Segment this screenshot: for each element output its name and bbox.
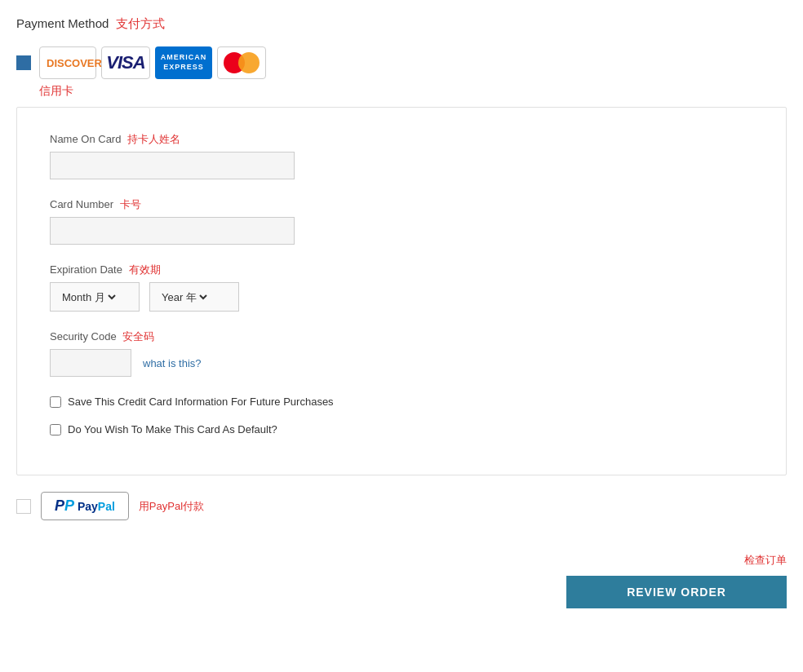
paypal-icon: PP PayPal <box>55 497 115 515</box>
card-number-input[interactable] <box>50 217 295 245</box>
security-code-input[interactable] <box>50 349 131 377</box>
default-card-label: Do You Wish To Make This Card As Default… <box>68 422 277 437</box>
card-number-label-zh: 卡号 <box>120 198 141 210</box>
security-input-row: what is this? <box>50 349 753 377</box>
payment-method-row: DISCOVER VISA AMERICAN EXPRESS <box>16 46 787 79</box>
paypal-label: 用PayPal付款 <box>139 499 204 514</box>
paypal-section: PP PayPal 用PayPal付款 <box>16 492 787 520</box>
paypal-button[interactable]: PP PayPal <box>41 492 129 520</box>
security-code-group: Security Code 安全码 what is this? <box>50 329 753 377</box>
year-dropdown[interactable]: Year 年 202420252026 202720282029 2030 <box>149 282 239 312</box>
card-number-label-en: Card Number <box>50 198 113 210</box>
expiration-date-group: Expiration Date 有效期 Month 月 010203 04050… <box>50 263 753 312</box>
name-on-card-input[interactable] <box>50 152 295 179</box>
default-card-row: Do You Wish To Make This Card As Default… <box>50 422 753 437</box>
save-card-checkbox[interactable] <box>50 396 61 408</box>
expiration-label-en: Expiration Date <box>50 263 122 276</box>
page-title-zh: 支付方式 <box>116 16 165 30</box>
name-label-en: Name On Card <box>50 133 121 145</box>
credit-card-label: 信用卡 <box>39 84 787 99</box>
page-title: Payment Method 支付方式 <box>16 16 787 32</box>
name-label-zh: 持卡人姓名 <box>127 133 180 145</box>
card-logos: DISCOVER VISA AMERICAN EXPRESS <box>39 46 266 79</box>
mc-orange-circle <box>238 52 260 73</box>
security-code-label: Security Code 安全码 <box>50 329 753 344</box>
review-order-label: 检查订单 <box>744 553 787 568</box>
expiration-label-zh: 有效期 <box>129 263 161 276</box>
page-title-en: Payment Method <box>16 16 109 30</box>
default-card-label-text: Do You Wish To Make This Card As Default… <box>68 423 277 435</box>
name-on-card-group: Name On Card 持卡人姓名 <box>50 132 753 179</box>
default-card-checkbox[interactable] <box>50 424 61 435</box>
save-card-label: Save This Credit Card Information For Fu… <box>68 395 334 409</box>
review-order-button[interactable]: REVIEW ORDER <box>566 576 787 608</box>
month-dropdown[interactable]: Month 月 010203 040506 070809 101112 <box>50 282 140 312</box>
bottom-section: 检查订单 REVIEW ORDER <box>16 553 787 608</box>
security-label-zh: 安全码 <box>122 330 154 343</box>
visa-card-logo: VISA <box>101 46 150 79</box>
month-select[interactable]: Month 月 010203 040506 070809 101112 <box>59 290 118 304</box>
save-card-label-text: Save This Credit Card Information For Fu… <box>68 396 334 408</box>
mastercard-logo <box>217 46 266 79</box>
discover-card-logo: DISCOVER <box>39 46 96 79</box>
name-on-card-label: Name On Card 持卡人姓名 <box>50 132 753 147</box>
save-card-row: Save This Credit Card Information For Fu… <box>50 395 753 409</box>
security-label-en: Security Code <box>50 330 117 343</box>
card-number-label: Card Number 卡号 <box>50 197 753 212</box>
what-is-this-link[interactable]: what is this? <box>143 357 202 369</box>
credit-card-radio[interactable] <box>16 55 31 70</box>
amex-card-logo: AMERICAN EXPRESS <box>155 46 212 79</box>
year-select[interactable]: Year 年 202420252026 202720282029 2030 <box>158 290 210 304</box>
expiration-selects-row: Month 月 010203 040506 070809 101112 Year… <box>50 282 753 312</box>
card-form-container: Name On Card 持卡人姓名 Card Number 卡号 Expira… <box>16 107 787 475</box>
card-number-group: Card Number 卡号 <box>50 197 753 245</box>
expiration-label: Expiration Date 有效期 <box>50 263 753 277</box>
paypal-radio[interactable] <box>16 499 31 514</box>
